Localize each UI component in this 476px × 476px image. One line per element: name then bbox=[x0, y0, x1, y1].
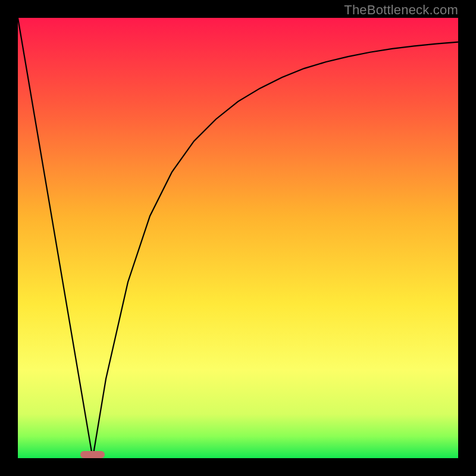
plot-area bbox=[18, 18, 458, 458]
watermark-label: TheBottleneck.com bbox=[344, 2, 458, 18]
optimal-range-marker bbox=[80, 451, 105, 458]
heatmap-gradient bbox=[18, 18, 458, 458]
chart-frame: TheBottleneck.com bbox=[0, 0, 476, 476]
